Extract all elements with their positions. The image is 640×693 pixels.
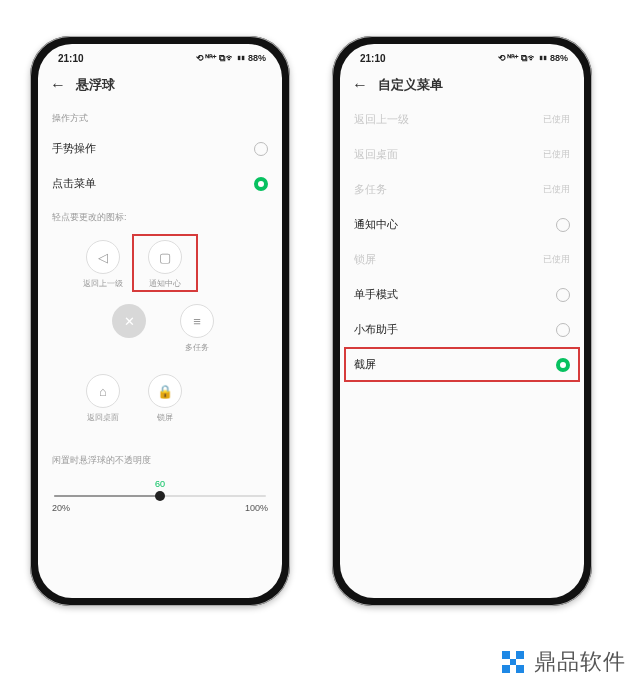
option-tapmenu[interactable]: 点击菜单 (38, 166, 282, 201)
header: ← 自定义菜单 (340, 68, 584, 102)
grid-close[interactable]: ✕ (102, 304, 156, 342)
list-item-label: 通知中心 (354, 217, 398, 232)
list-item[interactable]: 通知中心 (340, 207, 584, 242)
radio-unselected-icon (556, 218, 570, 232)
slider-min: 20% (52, 503, 70, 513)
radio-selected-icon (556, 358, 570, 372)
list-item-label: 多任务 (354, 182, 387, 197)
radio-selected-icon (254, 177, 268, 191)
grid-multitask-label: 多任务 (170, 342, 224, 353)
grid-notify[interactable]: ▢ 通知中心 (138, 240, 192, 289)
status-bar: 21:10 ⟲ ᴺᴿ⁺ ⧉ ᯤ ▮▮ 88% (38, 44, 282, 68)
status-icons: ⟲ ᴺᴿ⁺ ⧉ ᯤ ▮▮ (196, 53, 246, 64)
option-tapmenu-label: 点击菜单 (52, 176, 96, 191)
page-title: 自定义菜单 (378, 76, 443, 94)
grid-notify-label: 通知中心 (138, 278, 192, 289)
list-item: 返回桌面已使用 (340, 137, 584, 172)
status-icons: ⟲ ᴺᴿ⁺ ⧉ ᯤ ▮▮ (498, 53, 548, 64)
used-hint: 已使用 (543, 148, 570, 161)
status-time: 21:10 (360, 53, 386, 64)
opacity-slider[interactable]: 60 20% 100% (38, 479, 282, 521)
list-item[interactable]: 小布助手 (340, 312, 584, 347)
svg-rect-2 (502, 665, 510, 673)
screen-right: 21:10 ⟲ ᴺᴿ⁺ ⧉ ᯤ ▮▮ 88% ← 自定义菜单 返回上一级已使用返… (340, 44, 584, 598)
option-gesture-label: 手势操作 (52, 141, 96, 156)
used-hint: 已使用 (543, 253, 570, 266)
brand-logo-icon (498, 647, 528, 677)
svg-rect-3 (516, 665, 524, 673)
phone-mockup-right: 21:10 ⟲ ᴺᴿ⁺ ⧉ ᯤ ▮▮ 88% ← 自定义菜单 返回上一级已使用返… (332, 36, 592, 606)
back-icon[interactable]: ← (352, 77, 368, 93)
list-item: 多任务已使用 (340, 172, 584, 207)
icon-grid: ◁ 返回上一级 ▢ 通知中心 ✕ ≡ 多任务 ⌂ 返回桌面 (52, 234, 268, 444)
svg-rect-0 (502, 651, 510, 659)
header: ← 悬浮球 (38, 68, 282, 102)
slider-label: 闲置时悬浮球的不透明度 (38, 444, 282, 473)
section-mode-label: 操作方式 (38, 102, 282, 131)
menu-list: 返回上一级已使用返回桌面已使用多任务已使用通知中心锁屏已使用单手模式小布助手截屏 (340, 102, 584, 598)
list-item[interactable]: 单手模式 (340, 277, 584, 312)
grid-back-label: 返回上一级 (76, 278, 130, 289)
multitask-icon: ≡ (180, 304, 214, 338)
list-item-label: 返回上一级 (354, 112, 409, 127)
brand-text: 鼎品软件 (534, 647, 626, 677)
slider-max: 100% (245, 503, 268, 513)
status-battery-pct: 88% (248, 53, 266, 63)
back-icon[interactable]: ← (50, 77, 66, 93)
grid-lock-label: 锁屏 (138, 412, 192, 423)
list-item: 返回上一级已使用 (340, 102, 584, 137)
section-icons-label: 轻点要更改的图标: (38, 201, 282, 230)
svg-rect-1 (516, 651, 524, 659)
slider-value: 60 (155, 479, 165, 489)
slider-track[interactable] (54, 495, 266, 497)
used-hint: 已使用 (543, 113, 570, 126)
radio-unselected-icon (556, 323, 570, 337)
svg-rect-4 (510, 659, 516, 665)
list-item-label: 截屏 (354, 357, 376, 372)
list-item-label: 锁屏 (354, 252, 376, 267)
list-item-label: 返回桌面 (354, 147, 398, 162)
slider-fill (54, 495, 160, 497)
list-item-label: 单手模式 (354, 287, 398, 302)
option-gesture[interactable]: 手势操作 (38, 131, 282, 166)
status-time: 21:10 (58, 53, 84, 64)
grid-lock[interactable]: 🔒 锁屏 (138, 374, 192, 423)
watermark: 鼎品软件 (498, 647, 626, 677)
notify-icon: ▢ (148, 240, 182, 274)
grid-multitask[interactable]: ≡ 多任务 (170, 304, 224, 353)
radio-unselected-icon (556, 288, 570, 302)
radio-unselected-icon (254, 142, 268, 156)
phone-mockup-left: 21:10 ⟲ ᴺᴿ⁺ ⧉ ᯤ ▮▮ 88% ← 悬浮球 操作方式 手势操作 点… (30, 36, 290, 606)
slider-knob[interactable] (155, 491, 165, 501)
grid-back[interactable]: ◁ 返回上一级 (76, 240, 130, 289)
page-title: 悬浮球 (76, 76, 115, 94)
grid-home[interactable]: ⌂ 返回桌面 (76, 374, 130, 423)
grid-home-label: 返回桌面 (76, 412, 130, 423)
status-battery-pct: 88% (550, 53, 568, 63)
close-icon: ✕ (112, 304, 146, 338)
list-item-label: 小布助手 (354, 322, 398, 337)
triangle-back-icon: ◁ (86, 240, 120, 274)
status-bar: 21:10 ⟲ ᴺᴿ⁺ ⧉ ᯤ ▮▮ 88% (340, 44, 584, 68)
screen-left: 21:10 ⟲ ᴺᴿ⁺ ⧉ ᯤ ▮▮ 88% ← 悬浮球 操作方式 手势操作 点… (38, 44, 282, 598)
list-item: 锁屏已使用 (340, 242, 584, 277)
lock-icon: 🔒 (148, 374, 182, 408)
list-item[interactable]: 截屏 (340, 347, 584, 382)
home-icon: ⌂ (86, 374, 120, 408)
used-hint: 已使用 (543, 183, 570, 196)
